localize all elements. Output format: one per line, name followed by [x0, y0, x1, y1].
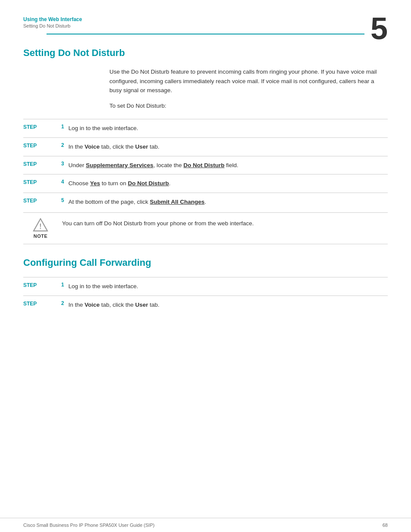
- dnd-step2-label: STEP 2: [23, 142, 64, 149]
- section1-to-set: To set Do Not Disturb:: [109, 101, 388, 111]
- dnd-step2-word: STEP: [23, 142, 58, 149]
- dnd-step4-content: Choose Yes to turn on Do Not Disturb.: [64, 179, 388, 188]
- dnd-steps: STEP 1 Log in to the web interface. STEP…: [23, 119, 388, 211]
- dnd-step-5: STEP 5 At the bottom of the page, click …: [23, 193, 388, 211]
- chapter-subtitle: Setting Do Not Disturb: [23, 23, 388, 28]
- cf-steps: STEP 1 Log in to the web interface. STEP…: [23, 277, 388, 314]
- dnd-step3-content: Under Supplementary Services, locate the…: [64, 161, 388, 170]
- dnd-step5-content: At the bottom of the page, click Submit …: [64, 197, 388, 207]
- dnd-step5-word: STEP: [23, 197, 58, 204]
- cf-step2-content: In the Voice tab, click the User tab.: [64, 300, 388, 310]
- dnd-step1-num: 1: [61, 124, 64, 130]
- cf-voice-term: Voice: [84, 302, 100, 308]
- section2-heading: Configuring Call Forwarding: [23, 257, 388, 268]
- cf-step1-content: Log in to the web interface.: [64, 282, 388, 291]
- page-footer: Cisco Small Business Pro IP Phone SPA50X…: [0, 518, 411, 532]
- note-box: ! NOTE You can turn off Do Not Disturb f…: [23, 212, 388, 244]
- dnd-step3-label: STEP 3: [23, 161, 64, 167]
- note-content: You can turn off Do Not Disturb from you…: [58, 218, 388, 228]
- cf-step2-word: STEP: [23, 300, 58, 307]
- dnd-step4-word: STEP: [23, 179, 58, 185]
- dnd-step3-word: STEP: [23, 161, 58, 167]
- svg-text:!: !: [39, 223, 41, 230]
- cf-step1-word: STEP: [23, 282, 58, 288]
- dnd-step-2: STEP 2 In the Voice tab, click the User …: [23, 137, 388, 156]
- cf-user-term: User: [135, 302, 148, 308]
- dnd-step2-content: In the Voice tab, click the User tab.: [64, 142, 388, 152]
- chapter-number: 5: [371, 13, 388, 44]
- note-label: NOTE: [34, 233, 48, 239]
- cf-step2-num: 2: [61, 300, 64, 307]
- section1-content: Use the Do Not Disturb feature to preven…: [23, 67, 388, 110]
- dnd-step5-label: STEP 5: [23, 197, 64, 204]
- dnd-step-1: STEP 1 Log in to the web interface.: [23, 119, 388, 137]
- submit-changes-term: Submit All Changes: [150, 199, 205, 205]
- cf-step1-label: STEP 1: [23, 282, 64, 288]
- dnd-step2-num: 2: [61, 142, 64, 149]
- yes-term: Yes: [90, 180, 100, 187]
- cf-step-1: STEP 1 Log in to the web interface.: [23, 277, 388, 296]
- caution-triangle-icon: !: [33, 218, 48, 232]
- voice-term: Voice: [84, 143, 100, 150]
- dnd-term2: Do Not Disturb: [128, 180, 169, 187]
- dnd-step3-num: 3: [61, 161, 64, 167]
- dnd-step4-num: 4: [61, 179, 64, 185]
- dnd-step1-content: Log in to the web interface.: [64, 124, 388, 133]
- cf-step2-label: STEP 2: [23, 300, 64, 307]
- dnd-step1-word: STEP: [23, 124, 58, 130]
- section1-heading: Setting Do Not Disturb: [23, 47, 388, 59]
- dnd-term: Do Not Disturb: [184, 162, 224, 168]
- user-term: User: [135, 143, 148, 150]
- page-header: Using the Web Interface Setting Do Not D…: [0, 0, 411, 34]
- dnd-step-3: STEP 3 Under Supplementary Services, loc…: [23, 156, 388, 174]
- footer-page-number: 68: [383, 523, 388, 528]
- cf-step1-num: 1: [61, 282, 64, 288]
- page-container: Using the Web Interface Setting Do Not D…: [0, 0, 411, 532]
- supp-services-term: Supplementary Services: [86, 162, 153, 168]
- note-icon-area: ! NOTE: [23, 218, 58, 239]
- dnd-step5-num: 5: [61, 197, 64, 204]
- dnd-step-4: STEP 4 Choose Yes to turn on Do Not Dist…: [23, 174, 388, 193]
- cf-step-2: STEP 2 In the Voice tab, click the User …: [23, 296, 388, 314]
- dnd-step1-label: STEP 1: [23, 124, 64, 130]
- footer-left-text: Cisco Small Business Pro IP Phone SPA50X…: [23, 523, 155, 528]
- section1-intro: Use the Do Not Disturb feature to preven…: [109, 67, 388, 95]
- chapter-label: Using the Web Interface: [23, 16, 388, 22]
- dnd-step4-label: STEP 4: [23, 179, 64, 185]
- header-rule: [47, 34, 364, 34]
